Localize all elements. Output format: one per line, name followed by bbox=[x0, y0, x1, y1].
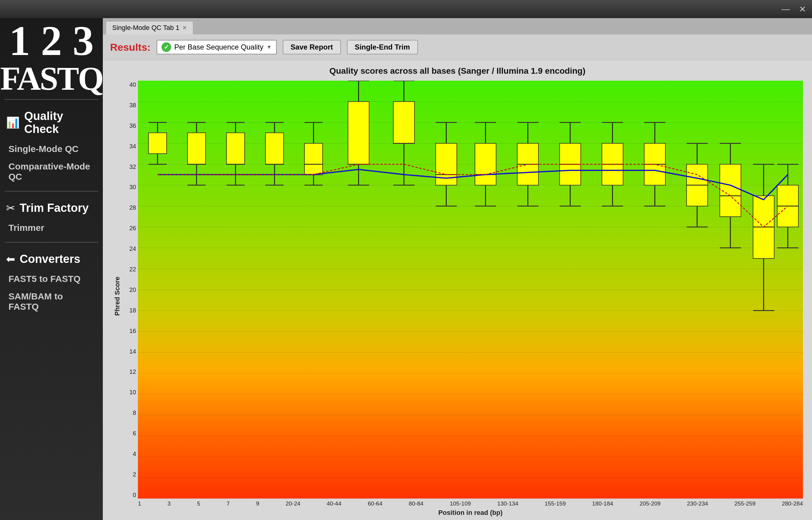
sidebar-item-sam-bam-to-fastq[interactable]: SAM/BAM to FASTQ bbox=[0, 288, 103, 315]
converters-header: ⬅ Converters bbox=[0, 248, 103, 270]
svg-rect-34 bbox=[266, 133, 284, 164]
quality-check-title: Quality Check bbox=[24, 110, 97, 136]
save-report-button[interactable]: Save Report bbox=[283, 40, 341, 54]
dropdown-arrow-icon: ▼ bbox=[266, 44, 272, 50]
converters-icon: ⬅ bbox=[6, 253, 15, 266]
close-button[interactable]: ✕ bbox=[799, 4, 806, 14]
trim-factory-header: ✂ Trim Factory bbox=[0, 197, 103, 219]
quality-check-header: 📊 Quality Check bbox=[0, 105, 103, 140]
svg-rect-89 bbox=[720, 164, 741, 217]
chart-inner: Phred Score 40 38 36 34 32 30 28 26 24 2… bbox=[112, 81, 803, 512]
converters-title: Converters bbox=[20, 253, 80, 266]
results-dropdown[interactable]: ✓ Per Base Sequence Quality ▼ bbox=[157, 40, 277, 54]
dropdown-value: Per Base Sequence Quality bbox=[174, 43, 264, 51]
trim-factory-title: Trim Factory bbox=[20, 202, 89, 214]
sidebar-item-trimmer[interactable]: Trimmer bbox=[0, 219, 103, 237]
sidebar-item-comparative-mode-qc[interactable]: Comparative-Mode QC bbox=[0, 158, 103, 185]
svg-rect-49 bbox=[393, 102, 415, 143]
sidebar: 1 2 3 FASTQ 📊 Quality Check Single-Mode … bbox=[0, 18, 103, 520]
quality-check-icon: 📊 bbox=[6, 116, 20, 129]
y-axis-label: Phred Score bbox=[112, 81, 122, 512]
divider-1 bbox=[4, 99, 98, 100]
x-axis-label: Position in read (bp) bbox=[138, 509, 803, 517]
tab-close-icon[interactable]: ✕ bbox=[182, 24, 187, 31]
x-axis-ticks: 1 3 5 7 9 20-24 40-44 60-64 80-84 105-10… bbox=[138, 498, 803, 507]
single-end-trim-button[interactable]: Single-End Trim bbox=[347, 40, 418, 54]
logo-area: 1 2 3 FASTQ bbox=[0, 18, 103, 97]
chart-svg bbox=[138, 81, 803, 498]
chart-and-x: 1 3 5 7 9 20-24 40-44 60-64 80-84 105-10… bbox=[138, 81, 803, 512]
svg-rect-20 bbox=[148, 133, 167, 154]
divider-2 bbox=[4, 191, 98, 191]
logo-numbers: 1 2 3 bbox=[0, 20, 103, 62]
trim-factory-icon: ✂ bbox=[6, 202, 15, 214]
y-axis-ticks: 40 38 36 34 32 30 28 26 24 22 20 18 16 1… bbox=[124, 81, 138, 512]
sidebar-item-single-mode-qc[interactable]: Single-Mode QC bbox=[0, 140, 103, 158]
converters-section: ⬅ Converters FAST5 to FASTQ SAM/BAM to F… bbox=[0, 245, 103, 318]
quality-check-status-icon: ✓ bbox=[162, 42, 171, 52]
chart-title: Quality scores across all bases (Sanger … bbox=[112, 66, 803, 76]
main-layout: 1 2 3 FASTQ 📊 Quality Check Single-Mode … bbox=[0, 18, 812, 520]
svg-rect-54 bbox=[436, 144, 457, 185]
divider-3 bbox=[4, 242, 98, 243]
svg-rect-39 bbox=[304, 144, 323, 175]
quality-check-section: 📊 Quality Check Single-Mode QC Comparati… bbox=[0, 102, 103, 188]
svg-rect-59 bbox=[475, 144, 496, 185]
svg-rect-29 bbox=[226, 133, 245, 164]
tab-single-mode-qc-1[interactable]: Single-Mode QC Tab 1 ✕ bbox=[106, 21, 193, 34]
tab-label: Single-Mode QC Tab 1 bbox=[112, 24, 179, 32]
svg-rect-44 bbox=[348, 102, 369, 164]
minimize-button[interactable]: — bbox=[782, 4, 790, 14]
content-area: Single-Mode QC Tab 1 ✕ Results: ✓ Per Ba… bbox=[103, 18, 812, 520]
results-bar: Results: ✓ Per Base Sequence Quality ▼ S… bbox=[103, 34, 812, 60]
trim-factory-section: ✂ Trim Factory Trimmer bbox=[0, 194, 103, 240]
sidebar-item-fast5-to-fastq[interactable]: FAST5 to FASTQ bbox=[0, 270, 103, 288]
svg-rect-24 bbox=[188, 133, 206, 164]
chart-svg-area bbox=[138, 81, 803, 498]
logo-fastq: FASTQ bbox=[0, 62, 103, 95]
chart-container: Quality scores across all bases (Sanger … bbox=[103, 60, 812, 520]
logo: 1 2 3 FASTQ bbox=[0, 20, 103, 95]
title-bar: — ✕ bbox=[0, 0, 812, 18]
tab-bar: Single-Mode QC Tab 1 ✕ bbox=[103, 18, 812, 34]
results-label: Results: bbox=[110, 42, 151, 53]
